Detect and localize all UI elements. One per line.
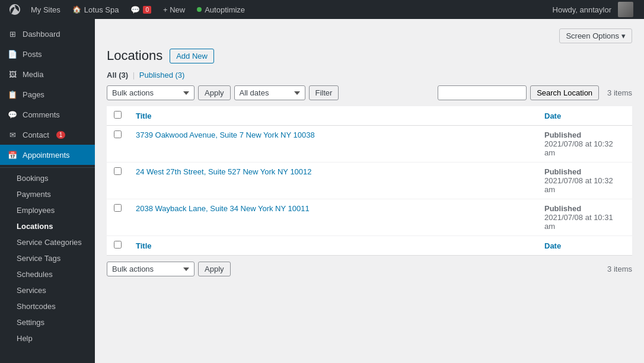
comments-icon: 💬 [130, 5, 140, 14]
sidebar-item-settings[interactable]: Settings [0, 314, 95, 330]
sidebar-item-help[interactable]: Help [0, 330, 95, 346]
sidebar-item-media[interactable]: 🖼 Media [0, 64, 95, 84]
sidebar-item-pages[interactable]: 📋 Pages [0, 84, 95, 104]
title-sort-link[interactable]: Title [136, 112, 152, 120]
filter-all[interactable]: All (3) [107, 71, 130, 79]
site-name-label: Lotus Spa [84, 5, 119, 14]
bulk-actions-select-top[interactable]: Bulk actions [107, 85, 195, 100]
table-row: 2038 Wayback Lane, Suite 34 New York NY … [107, 199, 632, 236]
filter-published[interactable]: Published (3) [139, 71, 185, 79]
avatar-image [618, 2, 633, 17]
posts-icon: 📄 [7, 49, 18, 59]
page-header: Locations Add New [107, 48, 632, 63]
row-checkbox[interactable] [114, 167, 122, 175]
bottom-toolbar: Bulk actions Apply 3 items [107, 262, 632, 276]
location-title-link[interactable]: 24 West 27th Street, Suite 527 New York … [136, 167, 312, 176]
sidebar-item-payments[interactable]: Payments [0, 186, 95, 202]
sidebar-item-appointments[interactable]: 📅 Appointments [0, 145, 95, 165]
row-checkbox-cell [107, 163, 129, 199]
comments-count: 0 [143, 6, 151, 14]
select-all-column-header [107, 106, 129, 126]
site-name-menu[interactable]: 🏠 Lotus Spa [66, 0, 125, 19]
row-date: 2021/07/08 at 10:31 am [544, 213, 625, 231]
items-count-top: Search Location 3 items [438, 85, 632, 100]
sidebar-item-label: Dashboard [23, 30, 60, 39]
table-row: 24 West 27th Street, Suite 527 New York … [107, 163, 632, 199]
my-sites-label: My Sites [31, 5, 60, 14]
screen-options-button[interactable]: Screen Options ▾ [559, 28, 632, 43]
pages-icon: 📋 [7, 89, 18, 100]
date-sort-link[interactable]: Date [544, 112, 561, 120]
admin-bar: My Sites 🏠 Lotus Spa 💬 0 + New Autoptimi… [0, 0, 644, 19]
search-input[interactable] [438, 85, 527, 100]
screen-options-label: Screen Options [566, 31, 619, 40]
row-checkbox[interactable] [114, 204, 122, 212]
title-footer-column-header: Title [129, 236, 537, 256]
date-column-header: Date [537, 106, 632, 126]
sidebar-item-contact[interactable]: ✉ Contact 1 [0, 125, 95, 145]
select-all-footer-checkbox[interactable] [114, 241, 122, 249]
bulk-actions-select-bottom[interactable]: Bulk actions [107, 262, 195, 276]
row-date: 2021/07/08 at 10:32 am [544, 139, 625, 157]
row-checkbox-cell [107, 126, 129, 163]
autoptimize-label: Autoptimize [205, 5, 245, 14]
filter-button[interactable]: Filter [309, 85, 339, 100]
row-date-cell: Published 2021/07/08 at 10:32 am [537, 163, 632, 199]
date-footer-column-header: Date [537, 236, 632, 256]
sidebar-item-label: Contact [23, 130, 49, 139]
title-column-header: Title [129, 106, 537, 126]
autoptimize-status-dot [197, 7, 202, 12]
date-footer-sort-link[interactable]: Date [544, 241, 561, 250]
row-status: Published [544, 167, 625, 176]
sidebar-item-employees[interactable]: Employees [0, 202, 95, 218]
location-title-link[interactable]: 2038 Wayback Lane, Suite 34 New York NY … [136, 204, 310, 213]
sidebar-item-comments[interactable]: 💬 Comments [0, 104, 95, 125]
sidebar-item-schedules[interactable]: Schedules [0, 266, 95, 282]
sidebar-item-service-categories[interactable]: Service Categories [0, 234, 95, 250]
row-title-cell: 3739 Oakwood Avenue, Suite 7 New York NY… [129, 126, 537, 163]
apply-button-top[interactable]: Apply [198, 85, 231, 100]
screen-options-chevron-icon: ▾ [621, 31, 626, 40]
row-title-cell: 24 West 27th Street, Suite 527 New York … [129, 163, 537, 199]
new-content-menu[interactable]: + New [157, 0, 191, 19]
sidebar-item-services[interactable]: Services [0, 282, 95, 298]
search-area: Search Location 3 items [438, 85, 632, 100]
avatar [618, 2, 633, 17]
row-checkbox-cell [107, 199, 129, 236]
my-sites-menu[interactable]: My Sites [25, 0, 66, 19]
comments-menu[interactable]: 💬 0 [125, 0, 157, 19]
row-checkbox[interactable] [114, 130, 122, 138]
sidebar-item-posts[interactable]: 📄 Posts [0, 44, 95, 64]
sidebar-item-bookings[interactable]: Bookings [0, 170, 95, 186]
sidebar-item-label: Appointments [23, 151, 70, 160]
apply-button-bottom[interactable]: Apply [198, 262, 231, 276]
add-new-button[interactable]: Add New [170, 49, 214, 63]
row-status: Published [544, 204, 625, 213]
title-footer-sort-link[interactable]: Title [136, 241, 152, 250]
dashboard-icon: ⊞ [7, 28, 18, 39]
layout: ⊞ Dashboard 📄 Posts 🖼 Media 📋 Pages 💬 Co… [0, 19, 644, 363]
adminbar-right: Howdy, anntaylor [547, 0, 639, 19]
search-button[interactable]: Search Location [530, 85, 599, 100]
sidebar-item-dashboard[interactable]: ⊞ Dashboard [0, 24, 95, 44]
main-content: Screen Options ▾ Locations Add New All (… [95, 19, 644, 363]
appointments-icon: 📅 [7, 149, 18, 160]
locations-table: Title Date 3739 Oakwood Avenue, Suite 7 … [107, 106, 632, 256]
select-all-checkbox[interactable] [114, 111, 122, 119]
filter-sep: | [133, 71, 135, 79]
sidebar: ⊞ Dashboard 📄 Posts 🖼 Media 📋 Pages 💬 Co… [0, 19, 95, 363]
sidebar-item-service-tags[interactable]: Service Tags [0, 250, 95, 266]
sidebar-item-shortcodes[interactable]: Shortcodes [0, 298, 95, 314]
location-title-link[interactable]: 3739 Oakwood Avenue, Suite 7 New York NY… [136, 130, 315, 139]
contact-badge: 1 [56, 131, 66, 139]
sidebar-item-label: Pages [23, 90, 44, 99]
sidebar-item-locations[interactable]: Locations [0, 218, 95, 234]
items-count-label: 3 items [607, 88, 632, 97]
date-filter-select[interactable]: All dates [234, 85, 305, 100]
wp-logo[interactable] [5, 0, 25, 19]
user-menu[interactable]: Howdy, anntaylor [547, 0, 639, 19]
autoptimize-menu[interactable]: Autoptimize [191, 0, 251, 19]
sidebar-item-label: Posts [23, 50, 42, 59]
page-title: Locations [107, 48, 162, 63]
select-all-footer-column-header [107, 236, 129, 256]
